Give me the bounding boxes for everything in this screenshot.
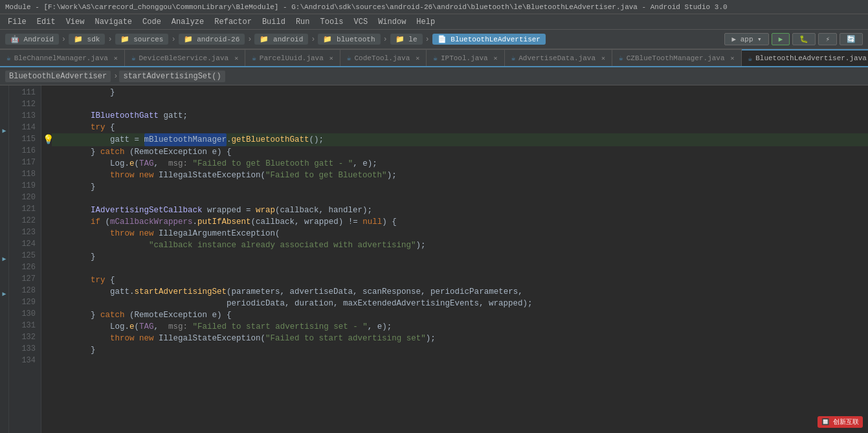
tab-cz-bluetooth[interactable]: ☕ CZBlueToothManager.java ✕ — [612, 49, 741, 66]
debug-btn[interactable]: 🐛 — [792, 33, 816, 45]
nav-android[interactable]: 🤖 Android — [5, 34, 59, 45]
close-tab-code-tool[interactable]: ✕ — [416, 54, 419, 62]
editor-container: ▶ ▶ ▶ 111 112 113 114 115 116 117 118 11… — [0, 85, 868, 433]
file-icon: ☕ — [131, 54, 136, 62]
close-tab-advertise-data[interactable]: ✕ — [601, 54, 605, 62]
menu-edit[interactable]: Edit — [32, 16, 61, 28]
title-text: Module - [F:\Work\AS\carrecord_chonggou\… — [5, 3, 728, 11]
run-btn[interactable]: ▶ — [772, 33, 790, 45]
code-line-131: Log.e(TAG, msg: "Failed to start adverti… — [52, 321, 868, 333]
menu-view[interactable]: View — [61, 16, 90, 28]
menu-tools[interactable]: Tools — [315, 16, 349, 28]
code-line-124: "callback instance already associated wi… — [52, 239, 868, 251]
code-line-128: gatt.startAdvertisingSet(parameters, adv… — [52, 286, 868, 298]
menu-build[interactable]: Build — [257, 16, 291, 28]
code-line-126 — [52, 263, 868, 274]
menu-file[interactable]: File — [3, 16, 32, 28]
code-line-118: throw new IllegalStateException("Failed … — [52, 170, 868, 181]
close-tab-parcel-uuid[interactable]: ✕ — [329, 54, 333, 62]
nav-android26[interactable]: 📁 android-26 — [179, 34, 245, 45]
code-line-117: Log.e(TAG, msg: "Failed to get Bluetooth… — [52, 158, 868, 170]
watermark: 🔲 创新互联 — [818, 416, 863, 428]
code-line-133: } — [52, 344, 868, 356]
menu-help[interactable]: Help — [411, 16, 440, 28]
bc-class[interactable]: BluetoothLeAdvertiser — [5, 71, 111, 82]
code-line-127: try { — [52, 274, 868, 286]
nav-bar: 🤖 Android › 📁 sdk › 📁 sources › 📁 androi… — [0, 30, 868, 49]
menu-vcs[interactable]: VCS — [349, 16, 373, 28]
code-line-120 — [52, 193, 868, 205]
file-icon: ☕ — [511, 54, 516, 62]
tab-advertise-data[interactable]: ☕ AdvertiseData.java ✕ — [505, 49, 612, 66]
code-line-134 — [52, 356, 868, 368]
collapse-arrow[interactable]: ▶ — [2, 126, 6, 137]
code-line-115: 💡 gatt = mBluetoothManager.getBluetoothG… — [52, 133, 868, 146]
code-line-121: IAdvertisingSetCallback wrapped = wrap(c… — [52, 205, 868, 216]
code-line-129: periodicData, duration, maxExtendedAdver… — [52, 298, 868, 309]
code-line-119: } — [52, 181, 868, 193]
left-gutter: ▶ ▶ ▶ — [0, 85, 9, 433]
close-tab-ip-tool[interactable]: ✕ — [494, 54, 498, 62]
menu-refactor[interactable]: Refactor — [209, 16, 257, 28]
code-line-113: IBluetoothGatt gatt; — [52, 110, 868, 122]
code-line-130: } catch (RemoteException e) { — [52, 309, 868, 321]
tab-parcel-uuid[interactable]: ☕ ParcelUuid.java ✕ — [245, 49, 340, 66]
menu-navigate[interactable]: Navigate — [89, 16, 137, 28]
watermark-text: 创新互联 — [833, 419, 859, 426]
title-bar: Module - [F:\Work\AS\carrecord_chonggou\… — [0, 0, 868, 14]
run-config-btn[interactable]: ▶ app ▾ — [724, 33, 768, 45]
file-icon: ☕ — [619, 54, 623, 62]
file-icon: ☕ — [748, 54, 753, 63]
sync-btn[interactable]: 🔄 — [840, 33, 863, 45]
watermark-icon: 🔲 — [821, 419, 829, 426]
close-tab-ble-channel[interactable]: ✕ — [114, 54, 118, 62]
file-icon: ☕ — [252, 54, 256, 62]
profile-btn[interactable]: ⚡ — [818, 33, 837, 45]
collapse-arrow-3[interactable]: ▶ — [2, 289, 6, 300]
bc-method[interactable]: startAdvertisingSet() — [119, 71, 225, 82]
code-line-116: } catch (RemoteException e) { — [52, 146, 868, 158]
nav-bluetooth[interactable]: 📁 bluetooth — [318, 34, 380, 45]
breadcrumb-bar: BluetoothLeAdvertiser › startAdvertising… — [0, 67, 868, 85]
menu-analyze[interactable]: Analyze — [166, 16, 209, 28]
nav-android2[interactable]: 📁 android — [254, 34, 308, 45]
nav-le[interactable]: 📁 le — [390, 34, 423, 45]
code-line-112 — [52, 98, 868, 110]
code-line-132: throw new IllegalStateException("Failed … — [52, 333, 868, 344]
code-line-111: } — [52, 87, 868, 98]
tab-ip-tool[interactable]: ☕ IPTool.java ✕ — [427, 49, 504, 66]
menu-window[interactable]: Window — [373, 16, 411, 28]
menu-bar: File Edit View Navigate Code Analyze Ref… — [0, 14, 868, 30]
nav-advertiser[interactable]: 📄 BluetoothLeAdvertiser — [432, 34, 546, 45]
tab-device-ble[interactable]: ☕ DeviceBleService.java ✕ — [125, 49, 245, 66]
file-icon: ☕ — [433, 54, 438, 62]
code-line-123: throw new IllegalArgumentException( — [52, 228, 868, 239]
menu-code[interactable]: Code — [137, 16, 166, 28]
close-tab-cz-bluetooth[interactable]: ✕ — [731, 54, 735, 62]
code-line-122: if (mCallbackWrappers.putIfAbsent(callba… — [52, 216, 868, 228]
file-icon: ☕ — [347, 54, 351, 62]
collapse-arrow-2[interactable]: ▶ — [2, 254, 6, 265]
close-tab-device-ble[interactable]: ✕ — [234, 54, 238, 62]
code-area[interactable]: } IBluetoothGatt gatt; try { 💡 gatt = mB… — [41, 85, 868, 433]
nav-breadcrumb: 🤖 Android › 📁 sdk › 📁 sources › 📁 androi… — [5, 34, 546, 45]
code-line-125: } — [52, 251, 868, 263]
file-tabs: ☕ BleChannelManager.java ✕ ☕ DeviceBleSe… — [0, 49, 868, 67]
tab-ble-channel[interactable]: ☕ BleChannelManager.java ✕ — [0, 49, 125, 66]
tab-bluetooth-le-advertiser[interactable]: ☕ BluetoothLeAdvertiser.java ✕ — [742, 49, 868, 66]
code-line-114: try { — [52, 122, 868, 133]
file-icon: ☕ — [6, 54, 11, 62]
nav-sdk[interactable]: 📁 sdk — [69, 34, 105, 45]
line-numbers: 111 112 113 114 115 116 117 118 119 120 … — [9, 85, 41, 433]
nav-sources[interactable]: 📁 sources — [115, 34, 169, 45]
tab-code-tool[interactable]: ☕ CodeTool.java ✕ — [340, 49, 427, 66]
nav-buttons: ▶ app ▾ ▶ 🐛 ⚡ 🔄 — [724, 33, 863, 45]
menu-run[interactable]: Run — [291, 16, 315, 28]
